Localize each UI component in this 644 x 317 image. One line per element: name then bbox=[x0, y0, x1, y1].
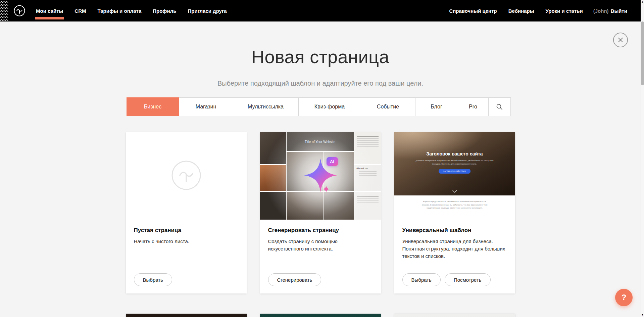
partial-preview bbox=[260, 314, 381, 317]
tilda-logo[interactable] bbox=[12, 3, 27, 18]
tab-quiz-form[interactable]: Квиз-форма bbox=[298, 97, 361, 116]
tab-pro[interactable]: Pro bbox=[458, 97, 489, 116]
nav-invite-friend[interactable]: Пригласи друга bbox=[182, 0, 232, 21]
card-title: Пустая страница bbox=[134, 227, 239, 234]
card-description: Универсальная страница для бизнеса. Поня… bbox=[402, 238, 507, 260]
card-title: Сгенерировать страницу bbox=[268, 227, 373, 234]
tab-event[interactable]: Событие bbox=[361, 97, 415, 116]
template-card-blank: Пустая страница Начать с чистого листа. … bbox=[126, 132, 247, 293]
choose-button[interactable]: Выбрать bbox=[402, 273, 441, 286]
chevron-down-icon bbox=[452, 190, 457, 193]
template-card-partial[interactable] bbox=[126, 314, 247, 317]
card-title: Универсальный шаблон bbox=[402, 227, 507, 234]
nav-lessons[interactable]: Уроки и статьи bbox=[540, 8, 589, 14]
ai-badge: AI bbox=[327, 157, 338, 166]
card-actions: Выбрать Посмотреть bbox=[402, 273, 491, 286]
partial-preview bbox=[126, 314, 247, 317]
view-button[interactable]: Посмотреть bbox=[445, 273, 491, 286]
logout-link[interactable]: Выйти bbox=[611, 8, 627, 14]
nav-help-center[interactable]: Справочный центр bbox=[443, 8, 502, 14]
page-subtitle: Выберите подходящий шаблон и адаптируйте… bbox=[0, 79, 641, 87]
template-card-universal: Заголовок вашего сайта Добавьте интересн… bbox=[394, 132, 515, 293]
help-button[interactable]: ? bbox=[615, 289, 633, 306]
nav-tariffs[interactable]: Тарифы и оплата bbox=[92, 0, 147, 21]
close-button[interactable] bbox=[613, 33, 628, 47]
template-card-partial[interactable] bbox=[394, 314, 515, 317]
nav-crm[interactable]: CRM bbox=[69, 0, 92, 21]
website-collage: Title of Your Website About us bbox=[260, 132, 381, 220]
search-tab[interactable] bbox=[488, 97, 511, 116]
user-name: (John) bbox=[593, 8, 609, 14]
search-icon bbox=[496, 103, 503, 110]
nav-profile[interactable]: Профиль bbox=[147, 0, 182, 21]
generate-button[interactable]: Сгенерировать bbox=[268, 273, 321, 286]
template-hero: Заголовок вашего сайта Добавьте интересн… bbox=[394, 132, 515, 195]
template-cta-button: Заглавное действие bbox=[439, 169, 470, 174]
choose-button[interactable]: Выбрать bbox=[134, 273, 172, 286]
main-navigation: Мои сайты CRM Тарифы и оплата Профиль Пр… bbox=[30, 0, 233, 21]
card-body: Пустая страница Начать с чистого листа. bbox=[126, 220, 247, 245]
small-sparkle-icon bbox=[323, 185, 330, 193]
tab-shop[interactable]: Магазин bbox=[179, 97, 233, 116]
card-actions: Сгенерировать bbox=[268, 273, 321, 286]
zigzag-pattern-icon bbox=[0, 0, 9, 21]
tab-blog[interactable]: Блог bbox=[415, 97, 458, 116]
ai-preview[interactable]: Title of Your Website About us bbox=[260, 132, 381, 220]
tab-multilink[interactable]: Мультиссылка bbox=[233, 97, 299, 116]
card-description: Создать страницу с помощью искусственног… bbox=[268, 238, 373, 253]
template-cards-row: Пустая страница Начать с чистого листа. … bbox=[126, 132, 515, 293]
template-category-tabs: Бизнес Магазин Мультиссылка Квиз-форма С… bbox=[127, 97, 514, 116]
card-body: Сгенерировать страницу Создать страницу … bbox=[260, 220, 381, 253]
scrollbar-thumb[interactable] bbox=[641, 21, 644, 85]
template-cards-row-2 bbox=[126, 314, 515, 317]
tab-business[interactable]: Бизнес bbox=[127, 97, 179, 116]
top-navbar: Мои сайты CRM Тарифы и оплата Профиль Пр… bbox=[0, 0, 641, 21]
universal-preview[interactable]: Заголовок вашего сайта Добавьте интересн… bbox=[394, 132, 515, 220]
template-hero-subtext: Добавьте интересные подробности о вашей … bbox=[413, 159, 496, 166]
partial-preview bbox=[394, 314, 515, 317]
close-icon bbox=[617, 37, 624, 43]
main-content: Новая страница Выберите подходящий шабло… bbox=[0, 21, 641, 317]
tilda-watermark-icon bbox=[171, 160, 201, 192]
template-card-ai: Title of Your Website About us bbox=[260, 132, 381, 293]
nav-webinars[interactable]: Вебинары bbox=[503, 8, 540, 14]
template-card-partial[interactable] bbox=[260, 314, 381, 317]
template-hero-headline: Заголовок вашего сайта bbox=[426, 151, 483, 156]
scroll-down-arrow[interactable]: ▼ bbox=[641, 313, 644, 317]
card-description: Начать с чистого листа. bbox=[134, 238, 239, 245]
card-actions: Выбрать bbox=[134, 273, 172, 286]
user-session: (John) Выйти bbox=[589, 8, 632, 14]
card-body: Универсальный шаблон Универсальная стран… bbox=[394, 220, 515, 260]
page-title: Новая страница bbox=[0, 21, 641, 67]
template-body: Коротко представьтесь и расскажите о ком… bbox=[394, 195, 515, 220]
scrollbar[interactable]: ▲ ▼ bbox=[641, 0, 644, 317]
secondary-navigation: Справочный центр Вебинары Уроки и статьи… bbox=[443, 0, 632, 21]
scroll-up-arrow[interactable]: ▲ bbox=[641, 0, 644, 4]
template-paragraph: Коротко представьтесь и расскажите о ком… bbox=[419, 200, 490, 220]
nav-my-sites[interactable]: Мои сайты bbox=[30, 0, 69, 21]
blank-preview[interactable] bbox=[126, 132, 247, 220]
